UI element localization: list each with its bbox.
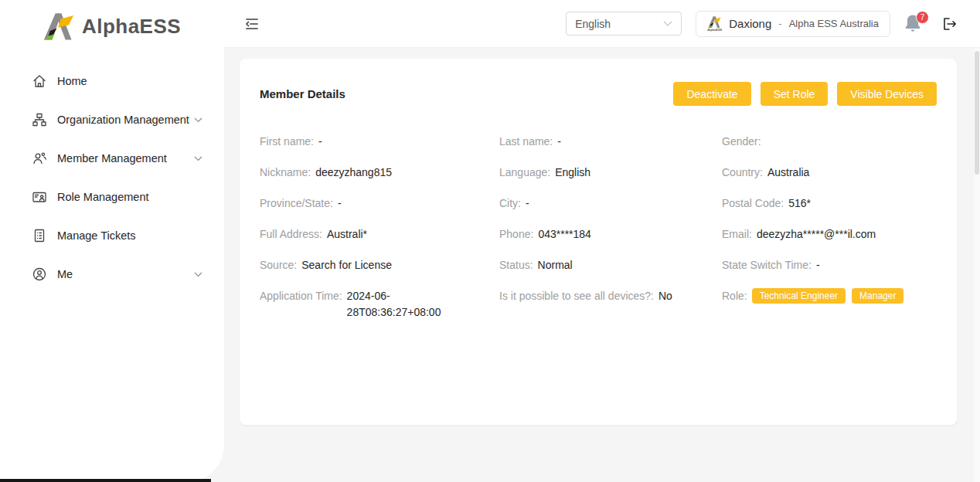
role-badge: Manager bbox=[852, 288, 903, 304]
alphaess-logo-icon bbox=[43, 12, 74, 40]
chevron-down-icon bbox=[663, 21, 672, 27]
sidebar-item-home[interactable]: Home bbox=[0, 62, 224, 100]
field-label: Province/State: bbox=[260, 197, 333, 209]
member-details-card: Member Details Deactivate Set Role Visib… bbox=[240, 59, 957, 425]
brand-logo: AlphaESS bbox=[0, 0, 224, 49]
scrollbar-thumb[interactable] bbox=[975, 51, 979, 175]
field-label: Email: bbox=[722, 228, 752, 240]
sidebar-item-manage-tickets[interactable]: Manage Tickets bbox=[0, 216, 224, 255]
sidebar-item-label: Home bbox=[57, 75, 202, 87]
field-value: 2024-06-28T08:36:27+08:00 bbox=[347, 288, 463, 321]
field-province-state: Province/State:- bbox=[260, 195, 499, 212]
notification-count-badge: 7 bbox=[916, 11, 929, 24]
field-label: Gender: bbox=[722, 135, 761, 148]
field-label: Language: bbox=[499, 166, 550, 178]
sidebar-item-label: Organization Management bbox=[57, 114, 194, 126]
field-city: City:- bbox=[499, 195, 722, 212]
field-status: Status:Normal bbox=[499, 257, 722, 273]
id-card-icon bbox=[32, 190, 46, 204]
field-value: deezyzha*****@***il.com bbox=[757, 228, 876, 240]
field-state-switch-time: State Switch Time:- bbox=[722, 257, 937, 273]
field-nickname: Nickname:deezyzhang815 bbox=[260, 165, 499, 181]
field-value: English bbox=[555, 166, 590, 178]
field-label: Nickname: bbox=[260, 166, 311, 178]
field-value: - bbox=[557, 135, 561, 148]
notifications-button[interactable]: 7 bbox=[904, 14, 924, 34]
chevron-down-icon bbox=[194, 117, 202, 123]
main-column: English AlphaESS Daxiong - Alpha ESS Aus… bbox=[224, 0, 980, 482]
field-label: Application Time: bbox=[260, 290, 342, 302]
field-label: Full Address: bbox=[260, 228, 322, 240]
field-language: Language:English bbox=[499, 165, 722, 181]
language-select[interactable]: English bbox=[566, 12, 682, 36]
home-icon bbox=[32, 74, 46, 88]
deactivate-button[interactable]: Deactivate bbox=[673, 82, 750, 106]
field-value: Australi* bbox=[327, 228, 367, 240]
role-badges: Technical Engineer Manager bbox=[752, 288, 904, 304]
language-select-value: English bbox=[575, 18, 663, 30]
field-country: Country:Australia bbox=[722, 165, 937, 181]
member-fields-grid: First name:- Last name:- Gender: Nicknam… bbox=[260, 134, 937, 321]
field-label: First name: bbox=[260, 135, 314, 148]
user-circle-icon bbox=[32, 267, 46, 281]
field-value: - bbox=[526, 197, 529, 209]
field-postal-code: Postal Code:516* bbox=[722, 195, 937, 212]
field-last-name: Last name:- bbox=[499, 134, 722, 150]
org-chart-icon bbox=[32, 113, 46, 127]
field-value: Normal bbox=[538, 259, 573, 271]
field-source: Source:Search for License bbox=[260, 257, 499, 273]
sidebar-item-label: Me bbox=[57, 268, 194, 280]
sidebar-item-label: Member Management bbox=[57, 152, 194, 165]
field-role: Role: Technical Engineer Manager bbox=[722, 288, 937, 321]
team-icon bbox=[32, 151, 46, 165]
field-value: deezyzhang815 bbox=[315, 166, 392, 178]
field-phone: Phone:043****184 bbox=[499, 226, 722, 243]
sidebar-item-role-management[interactable]: Role Management bbox=[0, 178, 224, 216]
field-application-time: Application Time:2024-06-28T08:36:27+08:… bbox=[260, 288, 499, 321]
sidebar-item-label: Manage Tickets bbox=[57, 229, 202, 242]
field-label: Source: bbox=[260, 259, 297, 271]
account-username: Daxiong bbox=[729, 17, 771, 30]
card-header: Member Details Deactivate Set Role Visib… bbox=[260, 82, 937, 106]
field-label: Country: bbox=[722, 166, 763, 178]
field-label: Role: bbox=[722, 288, 747, 304]
field-value: 043****184 bbox=[538, 228, 591, 240]
field-see-all-devices: Is it possible to see all devices?:No bbox=[499, 288, 722, 321]
menu-fold-icon[interactable] bbox=[244, 16, 260, 32]
field-value: No bbox=[658, 290, 672, 302]
account-menu[interactable]: AlphaESS Daxiong - Alpha ESS Australia bbox=[696, 11, 890, 37]
field-label: State Switch Time: bbox=[722, 259, 812, 271]
content-area: Member Details Deactivate Set Role Visib… bbox=[224, 48, 980, 482]
field-gender: Gender: bbox=[722, 134, 937, 150]
field-value: Australia bbox=[767, 166, 809, 178]
vertical-scrollbar[interactable] bbox=[974, 48, 980, 482]
field-first-name: First name:- bbox=[260, 134, 499, 150]
chevron-down-icon bbox=[194, 272, 202, 277]
role-badge: Technical Engineer bbox=[752, 288, 846, 304]
sidebar-item-organization-management[interactable]: Organization Management bbox=[0, 100, 224, 139]
sidebar-item-member-management[interactable]: Member Management bbox=[0, 139, 224, 178]
account-organization: Alpha ESS Australia bbox=[789, 18, 879, 29]
sidebar-item-me[interactable]: Me bbox=[0, 255, 224, 294]
brand-name: AlphaESS bbox=[82, 15, 181, 39]
alphaess-mini-logo-icon: AlphaESS bbox=[707, 16, 722, 32]
logout-icon[interactable] bbox=[941, 16, 957, 32]
field-label: Status: bbox=[499, 259, 533, 271]
set-role-button[interactable]: Set Role bbox=[761, 82, 829, 106]
field-email: Email:deezyzha*****@***il.com bbox=[722, 226, 937, 243]
field-value: Search for License bbox=[301, 259, 392, 271]
field-label: Phone: bbox=[499, 228, 533, 240]
sidebar-item-label: Role Management bbox=[57, 191, 202, 203]
mini-logo-text: AlphaESS bbox=[707, 29, 722, 32]
field-value: 516* bbox=[788, 197, 811, 209]
field-full-address: Full Address:Australi* bbox=[260, 226, 499, 243]
sidebar: AlphaESS Home Organization Management bbox=[0, 0, 224, 482]
chevron-down-icon bbox=[194, 156, 202, 161]
bottom-edge-bar bbox=[0, 479, 211, 482]
field-value: - bbox=[816, 259, 820, 271]
topbar: English AlphaESS Daxiong - Alpha ESS Aus… bbox=[224, 0, 980, 48]
field-label: City: bbox=[499, 197, 521, 209]
visible-devices-button[interactable]: Visible Devices bbox=[837, 82, 937, 106]
ticket-doc-icon bbox=[32, 229, 46, 243]
page-title: Member Details bbox=[260, 87, 664, 100]
